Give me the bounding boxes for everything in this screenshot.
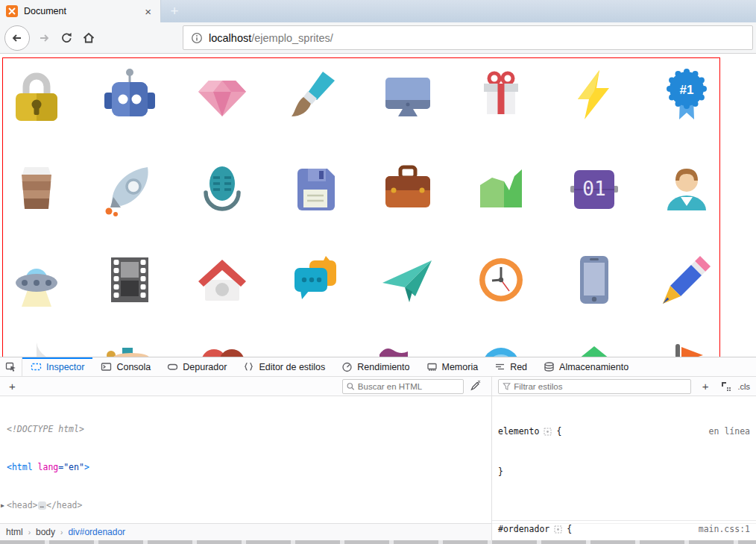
markup-line-doctype[interactable]: <!DOCTYPE html> bbox=[0, 423, 491, 436]
search-input[interactable] bbox=[358, 382, 459, 391]
tab-title: Document bbox=[24, 6, 136, 16]
reload-icon bbox=[60, 31, 73, 44]
tab-label: Red bbox=[510, 362, 527, 372]
smartphone-icon bbox=[564, 250, 624, 310]
url-path: /ejemplo_sprites/ bbox=[251, 32, 333, 44]
breadcrumb-item-body[interactable]: body bbox=[36, 527, 55, 537]
back-button[interactable] bbox=[4, 25, 30, 51]
forward-button[interactable] bbox=[33, 27, 55, 49]
back-arrow-icon bbox=[10, 31, 24, 45]
filter-styles-box[interactable] bbox=[498, 379, 691, 394]
flip-calendar-icon: 01 bbox=[564, 158, 624, 218]
collapse-twisty-icon[interactable]: ▶ bbox=[1, 499, 7, 512]
add-node-button[interactable]: + bbox=[4, 380, 20, 393]
browser-tab-strip: Document × + bbox=[0, 0, 756, 22]
css-rules-view: elemento { en línea } #ordenador { main.… bbox=[492, 396, 756, 523]
tab-label: Memoria bbox=[442, 362, 479, 372]
tab-rendimiento[interactable]: Rendimiento bbox=[333, 357, 418, 376]
page-viewport: #1 01 bbox=[0, 54, 756, 357]
close-tab-icon[interactable]: × bbox=[142, 5, 154, 18]
partial-icon-row4-8 bbox=[657, 343, 716, 357]
calendar-text: 01 bbox=[582, 178, 605, 200]
tab-label: Almacenamiento bbox=[559, 362, 629, 372]
rule-close-brace: } bbox=[492, 465, 756, 478]
breadcrumb-separator: › bbox=[60, 528, 63, 537]
rule-location[interactable]: en línea bbox=[709, 425, 756, 438]
home-button[interactable] bbox=[78, 27, 100, 49]
markup-line-head[interactable]: ▶<head>…</head> bbox=[0, 499, 491, 512]
toggle-classes-button[interactable]: .cls bbox=[738, 382, 751, 391]
devtools-tab-bar: Inspector Consola Depurador Editor de es… bbox=[0, 357, 756, 377]
filter-styles-input[interactable] bbox=[514, 382, 686, 391]
paper-plane-icon bbox=[378, 250, 438, 310]
add-rule-button[interactable]: + bbox=[698, 380, 714, 393]
gift-icon bbox=[471, 66, 531, 125]
partial-icon-row4-7 bbox=[564, 343, 624, 357]
performance-icon bbox=[341, 361, 353, 372]
rocket-icon bbox=[100, 158, 160, 218]
badge-text: #1 bbox=[680, 83, 694, 97]
sprite-div-ordenador: #1 01 bbox=[2, 57, 720, 357]
xampp-favicon-icon bbox=[6, 5, 18, 17]
inspector-icon bbox=[31, 361, 42, 372]
badge-number-one-icon: #1 bbox=[657, 66, 716, 125]
monitor-icon bbox=[378, 66, 438, 125]
microphone-icon bbox=[192, 158, 252, 218]
inspector-split-view: <!DOCTYPE html> <html lang="en"> ▶<head>… bbox=[0, 396, 756, 523]
element-picker-button[interactable] bbox=[0, 357, 22, 376]
devtools-panel: Inspector Consola Depurador Editor de es… bbox=[0, 357, 756, 540]
inspector-toolbar: + + .cls bbox=[0, 377, 756, 396]
partial-icon-row4-4 bbox=[286, 343, 345, 357]
element-picker-icon bbox=[5, 361, 16, 372]
tab-depurador[interactable]: Depurador bbox=[159, 357, 235, 376]
rule-location-link[interactable]: main.css:1 bbox=[699, 522, 756, 536]
selector-highlighter-icon[interactable] bbox=[554, 525, 562, 534]
partial-icon-row4-2 bbox=[100, 343, 160, 357]
tab-red[interactable]: Red bbox=[486, 357, 535, 376]
storage-icon bbox=[544, 361, 555, 372]
info-icon bbox=[191, 32, 203, 44]
film-strip-icon bbox=[100, 250, 160, 310]
tab-consola[interactable]: Consola bbox=[92, 357, 159, 376]
tab-inspector[interactable]: Inspector bbox=[22, 357, 92, 376]
coffee-cup-icon bbox=[7, 158, 66, 218]
browser-toolbar: localhost/ejemplo_sprites/ bbox=[0, 22, 756, 54]
breadcrumb-item-div-ordenador[interactable]: div#ordenador bbox=[68, 527, 125, 537]
console-icon bbox=[101, 361, 112, 372]
tab-label: Depurador bbox=[183, 362, 227, 372]
rules-toolbar: + .cls bbox=[492, 377, 756, 396]
breadcrumb: html › body › div#ordenador bbox=[0, 523, 492, 540]
rule-element-inline[interactable]: elemento { en línea bbox=[492, 425, 756, 438]
network-icon bbox=[494, 361, 505, 372]
eyedropper-pen-button[interactable] bbox=[464, 380, 487, 393]
area-chart-icon bbox=[471, 158, 531, 218]
new-tab-button[interactable]: + bbox=[161, 0, 188, 22]
rule-ordenador-header[interactable]: #ordenador { main.css:1 bbox=[492, 520, 756, 536]
tab-memoria[interactable]: Memoria bbox=[418, 357, 487, 376]
breadcrumb-separator: › bbox=[28, 528, 31, 537]
breadcrumb-item-html[interactable]: html bbox=[6, 527, 23, 537]
browser-tab[interactable]: Document × bbox=[0, 0, 161, 22]
briefcase-icon bbox=[378, 158, 438, 218]
tab-editor-de-estilos[interactable]: Editor de estilos bbox=[235, 357, 333, 376]
tab-label: Consola bbox=[116, 362, 151, 372]
partial-icon-row4-6 bbox=[471, 343, 531, 357]
url-bar[interactable]: localhost/ejemplo_sprites/ bbox=[183, 25, 753, 50]
url-host: localhost bbox=[209, 32, 251, 44]
partial-icon-row4-5 bbox=[378, 343, 438, 357]
partial-icon-row4-3 bbox=[192, 343, 252, 357]
reload-button[interactable] bbox=[55, 27, 78, 49]
tab-almacenamiento[interactable]: Almacenamiento bbox=[535, 357, 637, 376]
tab-label: Inspector bbox=[46, 362, 84, 372]
memory-icon bbox=[426, 361, 438, 372]
debugger-icon bbox=[167, 361, 178, 372]
selector-highlighter-icon[interactable] bbox=[544, 428, 552, 436]
html-search-box[interactable] bbox=[342, 379, 464, 394]
paintbrush-icon bbox=[286, 66, 345, 125]
person-icon bbox=[657, 158, 716, 218]
collapsed-content-badge[interactable]: … bbox=[38, 501, 46, 510]
pencil-icon bbox=[657, 250, 716, 310]
pseudo-class-grid-icon[interactable] bbox=[720, 381, 731, 392]
markup-line-html-open[interactable]: <html lang="en"> bbox=[0, 461, 491, 474]
tab-label: Editor de estilos bbox=[259, 362, 325, 372]
